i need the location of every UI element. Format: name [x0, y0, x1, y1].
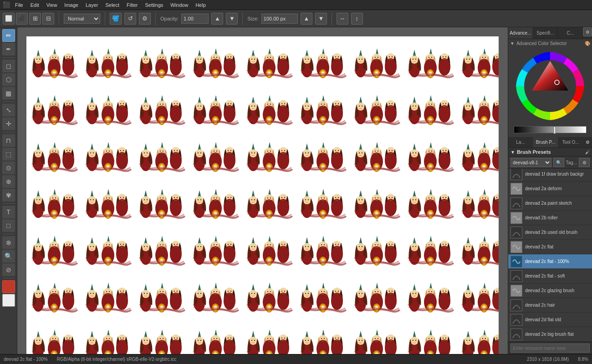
brush-item-5[interactable]: deevad 2c flat — [508, 240, 592, 254]
menu-image[interactable]: Image — [61, 1, 82, 9]
zoom-tool[interactable]: 🔍 — [2, 250, 15, 263]
color-wheel[interactable] — [514, 50, 587, 122]
tab-c[interactable]: C... — [558, 27, 583, 39]
menu-select[interactable]: Select — [102, 1, 122, 9]
size-input[interactable] — [261, 14, 298, 24]
blend-mode-select[interactable]: Normal — [64, 14, 100, 24]
svg-point-1252 — [485, 338, 486, 339]
brush-presets-expand[interactable]: ▼ — [510, 150, 515, 155]
text-tool[interactable]: T — [2, 206, 15, 218]
svg-point-1152 — [216, 338, 217, 339]
svg-point-26 — [93, 59, 94, 60]
menu-view[interactable]: View — [43, 1, 61, 9]
brush-search-input[interactable] — [510, 344, 590, 353]
menu-edit[interactable]: Edit — [27, 1, 42, 9]
tab-brush-presets[interactable]: Brush P... — [533, 137, 558, 147]
brush-name-2: deevad 2a paint sketch — [525, 201, 590, 206]
shape-tool[interactable]: □ — [2, 219, 15, 232]
contiguous-select-tool[interactable]: ⊕ — [2, 175, 15, 188]
mirror-y-btn[interactable]: ↕ — [351, 13, 363, 25]
opacity-up[interactable]: ▲ — [211, 13, 223, 25]
svg-point-1155 — [228, 338, 229, 339]
brush-item-8[interactable]: deevad 2c glazing brush — [508, 283, 592, 298]
svg-point-34 — [116, 58, 128, 76]
brush-item-0[interactable]: deevad 1f draw brush backgr — [508, 169, 592, 182]
crop-tool[interactable]: ⊓ — [2, 134, 15, 147]
svg-point-426 — [200, 152, 201, 153]
brush-item-10[interactable]: deevad 2d flat old — [508, 313, 592, 327]
calligraphy-tool[interactable]: ✒ — [2, 43, 15, 56]
background-color[interactable] — [2, 294, 15, 307]
opacity-input[interactable] — [181, 14, 209, 24]
svg-point-406 — [147, 152, 148, 153]
tool-option-btn-2[interactable]: ⬛ — [16, 13, 28, 25]
preset-search-btn[interactable]: 🔍 — [553, 158, 564, 167]
fill-tool[interactable]: ⬡ — [2, 73, 15, 86]
gradient-tool[interactable]: ▦ — [2, 87, 15, 100]
path-tool[interactable]: ✾ — [2, 189, 15, 202]
brush-item-11[interactable]: deevad 2e big brush flat — [508, 327, 592, 342]
mirror-x-btn[interactable]: ↔ — [337, 13, 348, 25]
menu-filter[interactable]: Filter — [123, 1, 141, 9]
tool-option-grid2[interactable]: ⊟ — [42, 13, 54, 25]
opacity-down[interactable]: ▼ — [226, 13, 238, 25]
menu-settings[interactable]: Settings — [142, 1, 167, 9]
menu-file[interactable]: File — [12, 1, 26, 9]
canvas-area[interactable] — [17, 27, 508, 354]
svg-point-1215 — [389, 338, 390, 339]
rect-select-tool[interactable]: ⬚ — [2, 148, 15, 161]
refresh-btn[interactable]: ↺ — [124, 13, 136, 25]
svg-point-1025 — [359, 293, 360, 294]
move-tool[interactable]: ✛ — [2, 117, 15, 130]
menu-help[interactable]: Help — [192, 1, 209, 9]
color-bar[interactable] — [514, 126, 587, 133]
tab-specifi[interactable]: Specifi... — [533, 27, 558, 39]
svg-point-1034 — [385, 293, 397, 310]
tag-label[interactable]: Tag... — [566, 160, 577, 165]
brush-item-1[interactable]: deevad 2a deform — [508, 182, 592, 196]
brush-item-3[interactable]: deevad 2b roller — [508, 211, 592, 225]
svg-point-532 — [485, 151, 486, 152]
size-up[interactable]: ▲ — [301, 13, 312, 25]
tool-option-grid[interactable]: ⊞ — [29, 13, 41, 25]
tab-tool-options[interactable]: Tool O... — [558, 137, 583, 147]
preset-config-btn[interactable]: ⚙ — [579, 158, 590, 167]
svg-point-85 — [251, 59, 252, 60]
assistant-tool[interactable]: ⊗ — [2, 236, 15, 249]
ellipse-select-tool[interactable]: ⊙ — [2, 162, 15, 174]
brush-panel-config[interactable]: ⚙ — [583, 137, 592, 147]
color-picker-tool[interactable]: ⊘ — [2, 263, 15, 276]
freehand-brush-tool[interactable]: ✏ — [2, 29, 15, 42]
size-down[interactable]: ▼ — [315, 13, 327, 25]
tab-layers[interactable]: La... — [508, 137, 533, 147]
app-icon[interactable]: ⬛ — [2, 0, 11, 11]
settings-btn[interactable]: ⚙ — [139, 13, 151, 25]
brush-item-7[interactable]: deevad 2c flat - soft — [508, 269, 592, 283]
brush-item-6[interactable]: deevad 2c flat - 100% — [508, 254, 592, 269]
menu-window[interactable]: Window — [167, 1, 191, 9]
svg-point-845 — [359, 246, 360, 247]
brush-item-4[interactable]: deevad 2b used old brush — [508, 225, 592, 240]
tile — [80, 83, 134, 130]
menu-layer[interactable]: Layer — [82, 1, 102, 9]
expand-icon[interactable]: ▼ — [510, 41, 515, 46]
tile — [134, 36, 188, 83]
svg-point-1105 — [90, 340, 91, 341]
svg-point-225 — [144, 106, 145, 106]
svg-point-4 — [34, 56, 42, 64]
eraser-tool[interactable]: ◻ — [2, 60, 15, 72]
svg-point-786 — [200, 246, 201, 247]
brush-item-2[interactable]: deevad 2a paint sketch — [508, 196, 592, 211]
svg-point-932 — [109, 291, 110, 292]
transform-tool[interactable]: ⤡ — [2, 104, 15, 116]
svg-point-511 — [429, 151, 429, 152]
panel-config-btn[interactable]: ⚙ — [583, 27, 592, 36]
foreground-color[interactable] — [2, 280, 15, 293]
preset-collection-select[interactable]: deevad-v8-1 — [510, 158, 551, 167]
paint-bucket-btn[interactable]: 🪣 — [110, 13, 122, 25]
tool-option-btn-1[interactable]: ⬜ — [3, 13, 15, 25]
tab-advance[interactable]: Advance... — [508, 27, 533, 39]
svg-point-1244 — [464, 337, 472, 345]
color-bar-handle[interactable] — [554, 126, 556, 134]
brush-item-9[interactable]: deevad 2c hair — [508, 298, 592, 313]
